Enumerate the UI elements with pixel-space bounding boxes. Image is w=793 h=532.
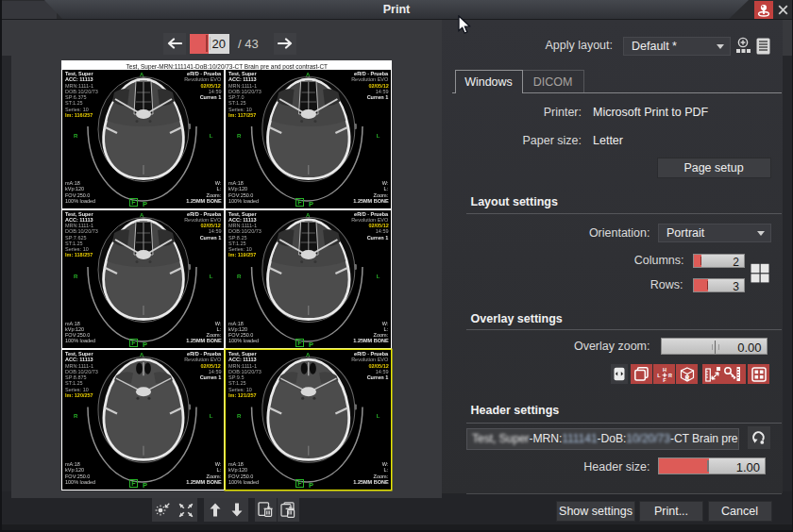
svg-text:R: R	[668, 372, 672, 377]
svg-text:P: P	[309, 340, 313, 347]
svg-text:H: H	[663, 366, 666, 372]
svg-text:F: F	[297, 199, 302, 206]
svg-text:F: F	[132, 199, 137, 206]
svg-text:P: P	[143, 340, 147, 347]
svg-text:R: R	[684, 374, 689, 381]
svg-text:L: L	[657, 372, 661, 377]
svg-text:P: P	[143, 200, 147, 208]
svg-text:P: P	[309, 200, 313, 208]
svg-text:P: P	[143, 481, 147, 489]
svg-text:F: F	[663, 377, 666, 383]
svg-text:P: P	[309, 481, 313, 489]
svg-text:F: F	[132, 340, 137, 346]
svg-text:F: F	[132, 480, 137, 487]
svg-text:F: F	[297, 340, 302, 346]
svg-text:F: F	[297, 480, 302, 487]
